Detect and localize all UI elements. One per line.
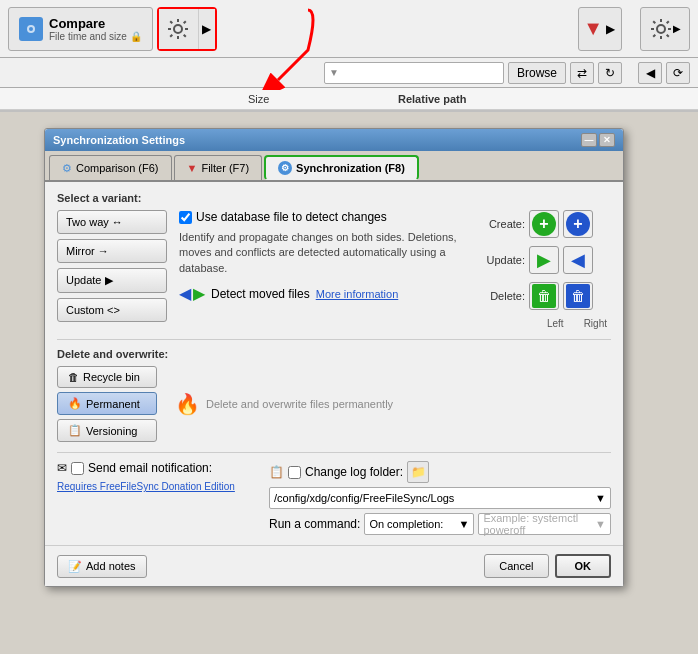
- settings-main-btn[interactable]: [159, 9, 199, 49]
- log-label: Change log folder:: [305, 465, 403, 479]
- delete-left-icon: 🗑: [532, 284, 556, 308]
- extra-gear-arrow[interactable]: ▶: [673, 23, 681, 34]
- left-arrow-icon: ◀: [179, 284, 191, 303]
- path-dropdown-left[interactable]: ▼: [324, 62, 504, 84]
- description-text: Identify and propagate changes on both s…: [179, 230, 469, 276]
- browse-button[interactable]: Browse: [508, 62, 566, 84]
- delete-right-btn[interactable]: 🗑: [563, 282, 593, 310]
- email-column: ✉ Send email notification: Requires Free…: [57, 461, 257, 535]
- log-checkbox[interactable]: [288, 466, 301, 479]
- update-action-row: Update: ▶ ◀: [481, 246, 611, 274]
- create-left-btn[interactable]: +: [529, 210, 559, 238]
- settings-arrow-btn[interactable]: ▶: [199, 9, 215, 49]
- log-folder-btn[interactable]: 📁: [407, 461, 429, 483]
- tab-sync[interactable]: ⚙ Synchronization (F8): [264, 155, 419, 180]
- update-left-btn[interactable]: ▶: [529, 246, 559, 274]
- update-right-btn[interactable]: ◀: [563, 246, 593, 274]
- email-label: Send email notification:: [88, 461, 212, 475]
- delete-action-row: Delete: 🗑 🗑: [481, 282, 611, 310]
- dialog-title: Synchronization Settings: [53, 134, 185, 146]
- relpath-column-header: Relative path: [398, 93, 466, 105]
- footer-right: Cancel OK: [484, 554, 611, 578]
- dialog-close-btn[interactable]: ✕: [599, 133, 615, 147]
- variant-twoway-btn[interactable]: Two way ↔: [57, 210, 167, 234]
- dialog-tabs: ⚙ Comparison (F6) ▼ Filter (F7) ⚙ Synchr…: [45, 151, 623, 182]
- recycle-bin-btn[interactable]: 🗑 Recycle bin: [57, 366, 157, 388]
- update-label: Update:: [481, 254, 525, 266]
- top-toolbar: Compare File time and size 🔒 ▶: [0, 0, 698, 58]
- delete-overwrite-section: Delete and overwrite: 🗑 Recycle bin 🔥 Pe…: [57, 339, 611, 442]
- compare-text: Compare File time and size 🔒: [49, 16, 142, 42]
- donation-link[interactable]: Requires FreeFileSync Donation Edition: [57, 481, 235, 492]
- detect-moved-label: Detect moved files: [211, 287, 310, 301]
- sync-tab-icon: ⚙: [278, 161, 292, 175]
- compare-button[interactable]: Compare File time and size 🔒: [8, 7, 153, 51]
- example-dropdown[interactable]: Example: systemctl poweroff ▼: [478, 513, 611, 535]
- variant-mirror-btn[interactable]: Mirror →: [57, 239, 167, 263]
- use-db-checkbox[interactable]: [179, 211, 192, 224]
- email-checkbox[interactable]: [71, 462, 84, 475]
- dialog-minimize-btn[interactable]: —: [581, 133, 597, 147]
- create-action-row: Create: + +: [481, 210, 611, 238]
- gear-icon: [166, 17, 190, 41]
- dialog-controls: — ✕: [581, 133, 615, 147]
- svg-point-2: [29, 27, 33, 31]
- recycle-icon: 🗑: [68, 371, 79, 383]
- tab-filter[interactable]: ▼ Filter (F7): [174, 155, 263, 180]
- delete-overwrite-label: Delete and overwrite:: [57, 348, 611, 360]
- cancel-btn[interactable]: Cancel: [484, 554, 548, 578]
- completion-arrow: ▼: [459, 518, 470, 530]
- compare-icon: [19, 17, 43, 41]
- filter-tab-icon: ▼: [187, 162, 198, 174]
- log-icon: 📋: [269, 465, 284, 479]
- delete-description: 🔥 Delete and overwrite files permanently: [175, 392, 393, 416]
- second-toolbar: ▼ Browse ⇄ ↻ ◀ ⟳: [0, 58, 698, 88]
- run-cmd-row: Run a command: On completion: ▼ Example:…: [269, 513, 611, 535]
- action-column: Create: + + Update: ▶ ◀: [481, 210, 611, 329]
- use-db-row: Use database file to detect changes: [179, 210, 469, 224]
- dialog-titlebar: Synchronization Settings — ✕: [45, 129, 623, 151]
- add-notes-btn[interactable]: 📝 Add notes: [57, 555, 147, 578]
- action-footer: Left Right: [481, 318, 611, 329]
- svg-point-5: [657, 25, 665, 33]
- example-arrow: ▼: [595, 518, 606, 530]
- swap-button[interactable]: ⇄: [570, 62, 594, 84]
- extra-settings-button[interactable]: ▶: [640, 7, 690, 51]
- compare-svg: [22, 20, 40, 38]
- settings-button-highlighted[interactable]: ▶: [157, 7, 217, 51]
- ok-btn[interactable]: OK: [555, 554, 612, 578]
- left-arrow-btn[interactable]: ◀: [638, 62, 662, 84]
- log-path-dropdown[interactable]: /config/xdg/config/FreeFileSync/Logs ▼: [269, 487, 611, 509]
- delete-left-btn[interactable]: 🗑: [529, 282, 559, 310]
- versioning-btn[interactable]: 📋 Versioning: [57, 419, 157, 442]
- log-row: 📋 Change log folder: 📁: [269, 461, 611, 483]
- more-info-link[interactable]: More information: [316, 288, 399, 300]
- select-variant-label: Select a variant:: [57, 192, 611, 204]
- filter-button[interactable]: ▼ ▶: [578, 7, 622, 51]
- create-right-icon: +: [566, 212, 590, 236]
- shield-icon: 🔒: [130, 31, 142, 42]
- variant-update-btn[interactable]: Update ▶: [57, 268, 167, 293]
- update-left-icon: ▶: [537, 249, 551, 271]
- create-label: Create:: [481, 218, 525, 230]
- log-dropdown-arrow: ▼: [595, 492, 606, 504]
- content-row: Two way ↔ Mirror → Update ▶ Custom <> Us…: [57, 210, 611, 329]
- detect-moved-row: ◀ ▶ Detect moved files More information: [179, 284, 469, 303]
- create-right-btn[interactable]: +: [563, 210, 593, 238]
- dialog-footer: 📝 Add notes Cancel OK: [45, 545, 623, 586]
- completion-dropdown[interactable]: On completion: ▼: [364, 513, 474, 535]
- tab-comparison[interactable]: ⚙ Comparison (F6): [49, 155, 172, 180]
- variant-custom-btn[interactable]: Custom <>: [57, 298, 167, 322]
- update-right-icon: ◀: [571, 249, 585, 271]
- sync-settings-dialog: Synchronization Settings — ✕ ⚙ Compariso…: [44, 128, 624, 587]
- refresh-button[interactable]: ↻: [598, 62, 622, 84]
- dialog-content: Select a variant: Two way ↔ Mirror → Upd…: [45, 182, 623, 545]
- permanent-btn[interactable]: 🔥 Permanent: [57, 392, 157, 415]
- versioning-icon: 📋: [68, 424, 82, 437]
- sync-icon-btn[interactable]: ⟳: [666, 62, 690, 84]
- extra-gear-icon: [649, 17, 673, 41]
- filter-arrow[interactable]: ▶: [603, 22, 617, 36]
- email-row: ✉ Send email notification:: [57, 461, 257, 475]
- log-column: 📋 Change log folder: 📁 /config/xdg/confi…: [269, 461, 611, 535]
- left-label: Left: [547, 318, 564, 329]
